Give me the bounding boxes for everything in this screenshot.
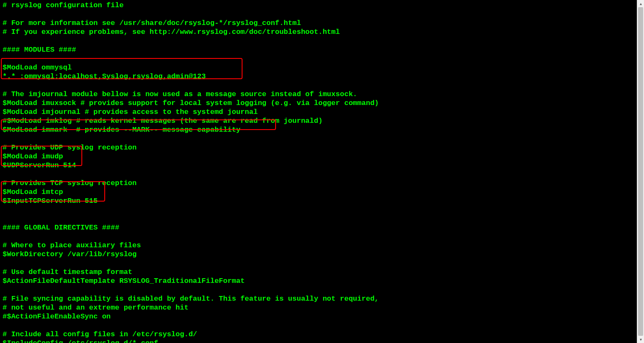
scrollbar-vertical[interactable]: ▴ ▾	[637, 0, 644, 343]
scroll-down-arrow[interactable]: ▾	[637, 336, 644, 343]
terminal-content[interactable]: # rsyslog configuration file # For more …	[0, 0, 637, 343]
scroll-track[interactable]	[637, 7, 644, 336]
terminal-window: # rsyslog configuration file # For more …	[0, 0, 644, 343]
scroll-thumb[interactable]	[638, 7, 643, 336]
scroll-up-arrow[interactable]: ▴	[637, 0, 644, 7]
